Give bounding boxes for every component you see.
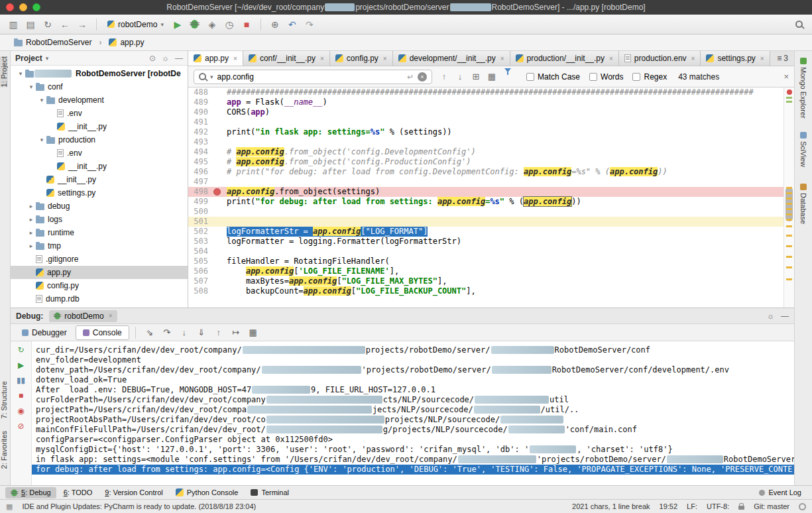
tool-button-database[interactable]: Database [799, 184, 807, 224]
code-line[interactable]: 489app = Flask(__name__) [188, 97, 783, 107]
show-execution-point-icon[interactable]: ⇘ [142, 326, 158, 339]
console-line[interactable]: dotenv_load_ok=True [36, 375, 794, 385]
debug-view-tab-console[interactable]: Console [76, 325, 129, 340]
close-tab-icon[interactable]: × [691, 55, 695, 62]
clear-search-icon[interactable]: × [418, 72, 427, 82]
add-selection-icon[interactable]: ⊞ [470, 72, 482, 82]
step-out-icon[interactable]: ↑ [211, 326, 227, 339]
tool-button-1-project[interactable]: 1: Project [0, 56, 8, 87]
debug-view-tab-debugger[interactable]: Debugger [15, 325, 74, 340]
editor-tab-app-py[interactable]: app.py× [188, 51, 243, 66]
checkbox-match-case[interactable]: Match Case [526, 72, 580, 82]
stop-icon[interactable]: ■ [19, 392, 23, 400]
code-line[interactable]: 491 [188, 117, 783, 127]
project-tree-item-env[interactable]: .env [11, 107, 188, 120]
console-line[interactable]: projectPath=/Users/crifan/dev/dev_root/c… [36, 405, 794, 415]
newline-icon[interactable]: ↵ [407, 72, 414, 82]
restore-layout-icon[interactable]: ▦ [245, 326, 261, 339]
open-icon[interactable]: ▥ [5, 17, 21, 32]
zoom-window-button[interactable] [32, 3, 40, 11]
tool-window-tab-6-todo[interactable]: 6: TODO [58, 487, 98, 498]
back-icon[interactable]: ← [57, 17, 73, 32]
tree-expand-icon[interactable]: ▸ [27, 243, 36, 249]
project-tree-item-development[interactable]: ▾development [11, 93, 188, 107]
mute-breakpoints-icon[interactable]: ⊘ [17, 422, 24, 430]
close-tab-icon[interactable]: × [760, 55, 764, 62]
console-line[interactable]: cur_dir=/Users/crifan/dev/dev_root/compa… [36, 345, 794, 355]
search-field[interactable]: ▾ app.config ↵ × [194, 70, 432, 84]
code-line[interactable]: 496# print("for debug: after load from c… [188, 167, 783, 177]
hide-icon[interactable]: — [781, 312, 789, 321]
close-session-icon[interactable]: × [109, 312, 113, 319]
hidden-tabs-button[interactable]: ≡3 [771, 51, 794, 66]
profiler-icon[interactable]: ◷ [221, 17, 237, 32]
code-line[interactable]: 499print("for debug: after load from set… [188, 197, 783, 207]
editor-tab-conf-init-py[interactable]: conf/__init__.py× [243, 51, 330, 66]
git-branch-status[interactable]: Git: master [754, 502, 789, 510]
search-input[interactable]: app.config [217, 72, 403, 82]
filter-icon[interactable] [502, 72, 514, 82]
view-breakpoints-icon[interactable]: ◉ [17, 407, 24, 415]
close-tab-icon[interactable]: × [500, 55, 504, 62]
project-tree-item-init-py[interactable]: __init__.py [11, 173, 188, 186]
rerun-icon[interactable]: ↻ [17, 346, 24, 354]
memory-indicator-icon[interactable] [799, 503, 806, 510]
next-occurrence-icon[interactable]: ↓ [454, 72, 466, 82]
code-line[interactable]: 505fileHandler = RotatingFileHandler( [188, 256, 783, 266]
close-tab-icon[interactable]: × [383, 55, 387, 62]
select-all-occurrences-icon[interactable]: ▦ [486, 72, 498, 82]
redo-icon[interactable]: ↷ [302, 17, 318, 32]
code-line[interactable]: 490CORS(app) [188, 107, 783, 117]
code-line[interactable]: 488#####################################… [188, 87, 783, 97]
tool-window-tab-terminal[interactable]: Terminal [245, 487, 294, 498]
console-line[interactable]: in flask app: settings=<module 'conf.set… [36, 455, 794, 465]
settings-icon[interactable]: ☼ [767, 312, 774, 321]
console-line[interactable]: After load .env: DEBUG=True, MONGODB_HOS… [36, 385, 794, 395]
chevron-down-icon[interactable]: ▾ [46, 55, 49, 62]
tool-button-7-structure[interactable]: 7: Structure [0, 381, 8, 419]
breadcrumb-robotdemoserver[interactable]: RobotDemoServer [9, 36, 96, 48]
resume-icon[interactable]: ▶ [18, 361, 24, 369]
synchronize-icon[interactable]: ↻ [40, 17, 56, 32]
project-tree-item-init-py[interactable]: __init__.py [11, 160, 188, 173]
pause-icon[interactable]: ▮▮ [17, 376, 25, 384]
checkbox-icon[interactable] [526, 73, 534, 81]
attach-to-process-icon[interactable]: ⊕ [267, 17, 283, 32]
code-line[interactable]: 494# app.config.from_object('config.Deve… [188, 147, 783, 157]
console-line[interactable]: configParser=<configparser.ConfigParser … [36, 435, 794, 445]
tool-button-mongo-explorer[interactable]: Mongo Explorer [799, 58, 807, 119]
code-line[interactable]: 506 app.config['LOG_FILE_FILENAME'], [188, 266, 783, 276]
tree-expand-icon[interactable]: ▾ [37, 97, 46, 103]
encoding-status[interactable]: UTF-8: [707, 502, 729, 510]
tree-expand-icon[interactable]: ▾ [37, 137, 46, 143]
close-window-button[interactable] [6, 3, 14, 11]
project-tree-item-production[interactable]: ▾production [11, 133, 188, 146]
settings-icon[interactable]: ☼ [162, 54, 169, 63]
project-tree-item-conf[interactable]: ▾conf [11, 80, 188, 93]
checkbox-words[interactable]: Words [589, 72, 623, 82]
project-tree-item-gitignore[interactable]: .gitignore [11, 253, 188, 266]
project-tree-item-app-py[interactable]: app.py [11, 266, 188, 279]
project-tree-item-dump-rdb[interactable]: dump.rdb [11, 292, 188, 306]
breadcrumb-app-py[interactable]: app.py [104, 36, 148, 48]
close-tab-icon[interactable]: × [233, 55, 237, 62]
tree-expand-icon[interactable]: ▾ [27, 84, 36, 90]
code-line[interactable]: 498app.config.from_object(settings) [188, 187, 783, 197]
run-configuration-selector[interactable]: robotDemo▾ [103, 19, 168, 30]
step-into-icon[interactable]: ↓ [176, 326, 192, 339]
readonly-lock-icon[interactable] [738, 506, 744, 510]
debug-icon[interactable] [187, 17, 203, 32]
tree-expand-icon[interactable]: ▾ [16, 70, 25, 77]
locate-file-icon[interactable]: ⊙ [149, 54, 156, 63]
run-to-cursor-icon[interactable]: ↦ [228, 326, 244, 339]
checkbox-regex[interactable]: Regex [632, 72, 667, 82]
editor-tab-production-env[interactable]: production.env× [619, 51, 701, 66]
code-line[interactable]: 497 [188, 177, 783, 187]
close-tab-icon[interactable]: × [320, 55, 324, 62]
code-line[interactable]: 502logFormatterStr = app.config["LOG_FOR… [188, 227, 783, 237]
run-with-coverage-icon[interactable]: ◈ [204, 17, 220, 32]
code-line[interactable]: 504 [188, 247, 783, 256]
cursor-position-status[interactable]: 19:52 [660, 502, 678, 510]
undo-icon[interactable]: ↶ [284, 17, 300, 32]
tool-window-tab-9-version-control[interactable]: 9: Version Control [99, 487, 168, 498]
